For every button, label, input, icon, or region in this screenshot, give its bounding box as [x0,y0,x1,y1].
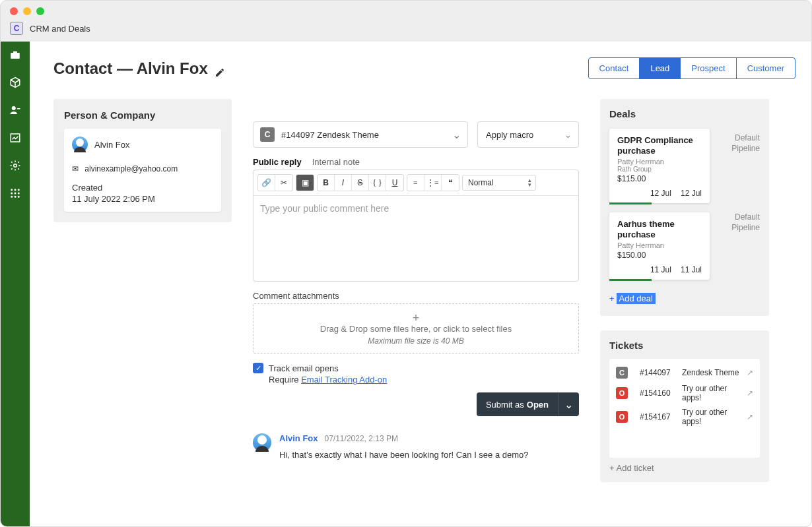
person-email: alvinexample@yahoo.com [85,164,178,173]
external-link-icon[interactable]: ↗ [747,388,753,398]
tab-prospect[interactable]: Prospect [681,58,736,78]
svg-point-6 [11,189,13,191]
svg-point-2 [12,106,16,110]
person-card[interactable]: Alvin Fox ✉ alvinexample@yahoo.com Creat… [64,129,221,212]
ticket-row[interactable]: O #154160 Try our other apps! ↗ [616,384,753,402]
svg-point-11 [18,193,20,195]
deal-card[interactable]: Aarhus theme purchase Patty Herrman $150… [609,212,710,280]
svg-point-14 [18,196,20,198]
created-date: 11 July 2022 2:06 PM [72,194,213,204]
minimize-dot[interactable] [23,7,31,15]
status-badge: C [260,127,275,142]
external-link-icon[interactable]: ↗ [747,368,753,377]
zoom-dot[interactable] [36,7,44,15]
status-badge: O [616,387,628,399]
ticket-selector[interactable]: C #144097 Zendesk Theme ⌄ [253,121,468,148]
page-title: Contact — Alvin Fox [53,59,225,78]
pipeline-label: DefaultPipeline [731,133,760,154]
deals-title: Deals [609,108,760,119]
email-tracking-addon-link[interactable]: Email Tracking Add-on [301,375,387,385]
email-row: ✉ alvinexample@yahoo.com [72,164,213,173]
pipeline-label: DefaultPipeline [731,212,760,233]
apply-macro-select[interactable]: Apply macro ⌄ [477,121,579,148]
external-link-icon[interactable]: ↗ [747,412,753,421]
add-ticket-button[interactable]: + Add ticket [609,463,760,473]
svg-rect-0 [11,53,20,59]
chevron-down-icon: ⌄ [452,129,461,141]
list-ul-icon[interactable]: ≡ [407,175,424,191]
comment-date: 07/11/2022, 2:13 PM [325,434,398,443]
briefcase-icon[interactable] [9,48,22,61]
svg-point-12 [11,196,13,198]
track-email-checkbox[interactable]: ✓ [253,363,263,373]
svg-point-5 [14,164,17,168]
link-icon[interactable]: 🔗 [258,175,275,191]
ticket-row[interactable]: C #144097 Zendesk Theme ↗ [616,367,753,379]
editor-textarea[interactable]: Type your public comment here [254,196,578,281]
comment-author[interactable]: Alvin Fox [279,433,318,443]
plus-icon: + [609,294,615,303]
strike-button[interactable]: S [352,175,369,191]
tickets-title: Tickets [609,340,760,351]
code-button[interactable]: { } [369,175,386,191]
ticket-selector-text: #144097 Zendesk Theme [281,130,379,140]
list-ol-icon[interactable]: ⋮≡ [424,175,442,191]
submit-dropdown-button[interactable]: ⌄ [558,392,579,416]
editor-toolbar: 🔗 ✂ ▣ B I S { } [254,170,578,196]
person-name: Alvin Fox [94,140,129,150]
created-label: Created [72,183,213,193]
tab-contact[interactable]: Contact [589,58,640,78]
format-select[interactable]: Normal ▴▾ [462,175,536,191]
chart-icon[interactable] [9,131,22,144]
add-deal-button[interactable]: + Add deal [609,293,760,304]
ticket-list: C #144097 Zendesk Theme ↗ O #154160 Try … [609,359,760,458]
deal-card[interactable]: GDPR Compliance purchase Patty Herrman R… [609,129,710,203]
sidebar [1,42,30,526]
edit-icon[interactable] [215,63,225,74]
svg-point-7 [15,189,17,191]
envelope-icon: ✉ [72,164,79,173]
svg-point-10 [15,193,17,195]
app-title: CRM and Deals [30,24,90,34]
tab-customer[interactable]: Customer [737,58,795,78]
status-badge: O [616,411,628,423]
svg-rect-1 [13,51,17,53]
updown-icon: ▴▾ [528,178,531,187]
tab-lead[interactable]: Lead [640,58,681,78]
track-email-label: Track email opens [269,363,339,373]
app-bar: C CRM and Deals [1,22,811,42]
status-badge: C [616,367,628,379]
apps-grid-icon[interactable] [9,187,22,200]
comment-text: Hi, that's exactly what I have been look… [279,450,529,460]
quote-icon[interactable]: ❝ [442,175,459,191]
bold-button[interactable]: B [318,175,335,191]
cube-icon[interactable] [9,76,22,89]
tickets-panel: Tickets C #144097 Zendesk Theme ↗ O [600,330,769,482]
gear-icon[interactable] [9,159,22,172]
window-traffic-lights [1,1,811,22]
comment-editor: 🔗 ✂ ▣ B I S { } [253,170,579,282]
person-company-panel: Person & Company Alvin Fox ✉ alvinexampl… [53,99,232,222]
require-addon-text: Require Email Tracking Add-on [269,375,579,385]
comment-item: Alvin Fox 07/11/2022, 2:13 PM Hi, that's… [253,433,579,460]
avatar-icon [72,137,88,152]
deals-panel: Deals DefaultPipeline DefaultPipeline GD… [600,99,769,316]
italic-button[interactable]: I [335,175,352,191]
submit-button[interactable]: Submit as Open [477,392,558,416]
close-dot[interactable] [10,7,18,15]
stage-tabs: Contact Lead Prospect Customer [588,57,795,79]
svg-rect-3 [17,108,20,109]
ticket-row[interactable]: O #154167 Try our other apps! ↗ [616,408,753,426]
unlink-icon[interactable]: ✂ [275,175,292,191]
attachments-label: Comment attachments [253,291,579,301]
app-logo-icon: C [10,22,23,35]
plus-icon: + [413,312,420,324]
tab-internal-note[interactable]: Internal note [312,157,360,167]
attachments-dropzone[interactable]: + Drag & Drop some files here, or click … [253,303,579,354]
avatar-icon [253,433,271,452]
underline-button[interactable]: U [386,175,403,191]
tab-public-reply[interactable]: Public reply [253,157,302,167]
user-minus-icon[interactable] [9,104,22,117]
svg-point-9 [11,193,13,195]
image-icon[interactable]: ▣ [296,175,314,191]
